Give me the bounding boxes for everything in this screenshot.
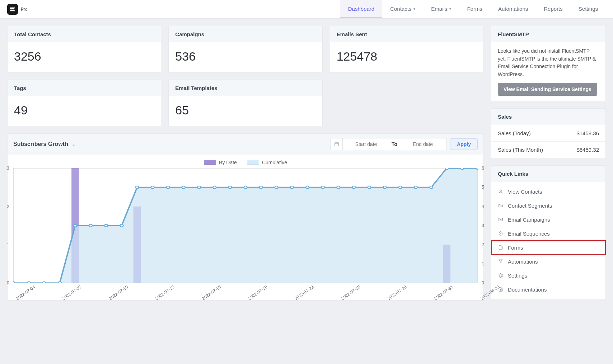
ytick-right: 3	[482, 223, 484, 228]
nav-settings[interactable]: Settings	[571, 0, 606, 18]
svg-point-6	[27, 282, 31, 283]
svg-point-25	[321, 186, 324, 189]
ytick-left: 0	[7, 280, 9, 285]
xtick-label: 2022-07-07	[61, 284, 82, 301]
nav-contacts[interactable]: Contacts▾	[382, 0, 423, 18]
svg-point-18	[213, 186, 216, 189]
xtick-label: 2022-07-19	[247, 284, 268, 301]
ytick-right: 2	[482, 242, 484, 247]
card-title: Sales	[491, 109, 605, 125]
legend-by-date[interactable]: By Date	[204, 160, 237, 165]
quicklink-settings[interactable]: Settings	[491, 269, 605, 283]
nav-dashboard[interactable]: Dashboard	[340, 0, 382, 18]
xtick-label: 2022-07-04	[15, 284, 36, 301]
stat-value: 3256	[8, 42, 161, 72]
quicklink-forms[interactable]: Forms	[491, 241, 605, 255]
stat-emails-sent[interactable]: Emails Sent 125478	[330, 26, 484, 72]
chart-plot: 3 2 1 0 6 5 4 3 2 1 0	[13, 168, 478, 283]
ytick-right: 4	[482, 204, 484, 209]
xtick-label: 2022-07-22	[294, 284, 314, 301]
ytick-left: 3	[7, 166, 9, 171]
quicklink-label: Email Campaigns	[508, 217, 550, 223]
clock-icon	[498, 231, 504, 236]
nav-dashboard-label: Dashboard	[348, 6, 374, 12]
ytick-left: 1	[7, 242, 9, 247]
funnel-icon	[498, 259, 504, 264]
chart-title-dropdown[interactable]: Subscribers Growth ⌄	[13, 141, 75, 147]
svg-rect-0	[334, 143, 338, 146]
view-smtp-settings-button[interactable]: View Email Sending Service Settings	[498, 83, 597, 96]
nav-automations[interactable]: Automations	[490, 0, 536, 18]
nav-reports[interactable]: Reports	[536, 0, 571, 18]
svg-point-28	[368, 186, 371, 189]
svg-point-17	[197, 186, 201, 189]
stat-campaigns[interactable]: Campaigns 536	[168, 26, 322, 72]
stat-email-templates[interactable]: Email Templates 65	[168, 80, 322, 126]
stats-row-1: Total Contacts 3256 Campaigns 536 Emails…	[7, 26, 484, 72]
stat-label: Campaigns	[169, 26, 322, 42]
chevron-down-icon: ⌄	[72, 142, 75, 147]
svg-point-35	[476, 168, 478, 170]
stat-label: Emails Sent	[330, 26, 483, 42]
svg-point-14	[151, 186, 154, 189]
svg-point-11	[104, 224, 108, 227]
svg-point-8	[58, 282, 61, 283]
mail-icon	[498, 217, 504, 222]
card-title: FluentSMTP	[491, 26, 605, 42]
quicklink-label: Settings	[508, 273, 527, 279]
ytick-right: 1	[482, 261, 484, 266]
legend-label: By Date	[219, 160, 237, 165]
xtick-label: 2022-07-28	[387, 284, 407, 301]
quicklink-label: Email Sequences	[508, 231, 550, 237]
svg-point-33	[445, 168, 448, 170]
end-date-input[interactable]	[399, 141, 446, 147]
svg-point-20	[244, 186, 247, 189]
quicklink-label: View Contacts	[508, 189, 542, 195]
svg-point-24	[306, 186, 309, 189]
quicklink-documentations[interactable]: Documentations	[491, 283, 605, 297]
quicklink-view-contacts[interactable]: View Contacts	[491, 185, 605, 199]
ytick-right: 6	[482, 166, 484, 171]
gear-icon	[498, 273, 504, 278]
quicklink-email-sequences[interactable]: Email Sequences	[491, 227, 605, 241]
fluentsmtp-card: FluentSMTP Looks like you did not instal…	[491, 26, 606, 101]
nav-contacts-label: Contacts	[390, 6, 411, 12]
stat-label: Total Contacts	[8, 26, 161, 42]
nav-emails[interactable]: Emails▾	[423, 0, 459, 18]
nav-forms[interactable]: Forms	[459, 0, 490, 18]
apply-button[interactable]: Apply	[450, 138, 478, 150]
quicklink-contact-segments[interactable]: Contact Segments	[491, 199, 605, 213]
svg-point-30	[399, 186, 402, 189]
stat-label: Tags	[8, 80, 161, 96]
stat-tags[interactable]: Tags 49	[7, 80, 161, 126]
quicklink-automations[interactable]: Automations	[491, 255, 605, 269]
folder-icon	[498, 203, 504, 208]
date-range-picker[interactable]: To	[330, 138, 446, 150]
quicklink-email-campaigns[interactable]: Email Campaigns	[491, 213, 605, 227]
chevron-down-icon: ▾	[413, 7, 415, 11]
stat-value: 125478	[330, 42, 483, 72]
svg-point-23	[290, 186, 294, 189]
quicklink-label: Automations	[508, 259, 538, 265]
topbar: Pro Dashboard Contacts▾ Emails▾ Forms Au…	[0, 0, 613, 19]
start-date-input[interactable]	[343, 141, 389, 147]
svg-point-22	[275, 186, 278, 189]
card-title: Quick Links	[491, 166, 605, 182]
nav-automations-label: Automations	[498, 6, 528, 12]
svg-point-7	[43, 282, 46, 283]
xtick-label: 2022-07-31	[433, 284, 454, 301]
stats-row-2: Tags 49 Email Templates 65	[7, 80, 484, 126]
sales-month-value: $8459.32	[576, 147, 599, 153]
legend-cumulative[interactable]: Cumulative	[247, 160, 287, 165]
svg-point-15	[167, 186, 170, 189]
legend-label: Cumulative	[262, 160, 287, 165]
nav-reports-label: Reports	[544, 6, 563, 12]
svg-point-19	[228, 186, 231, 189]
svg-point-26	[337, 186, 340, 189]
sales-month-label: Sales (This Month)	[498, 147, 543, 153]
sales-card: Sales Sales (Today) $1458.36 Sales (This…	[491, 108, 606, 158]
stat-total-contacts[interactable]: Total Contacts 3256	[7, 26, 161, 72]
chevron-down-icon: ▾	[449, 7, 451, 11]
svg-point-5	[13, 282, 15, 283]
svg-point-27	[352, 186, 355, 189]
